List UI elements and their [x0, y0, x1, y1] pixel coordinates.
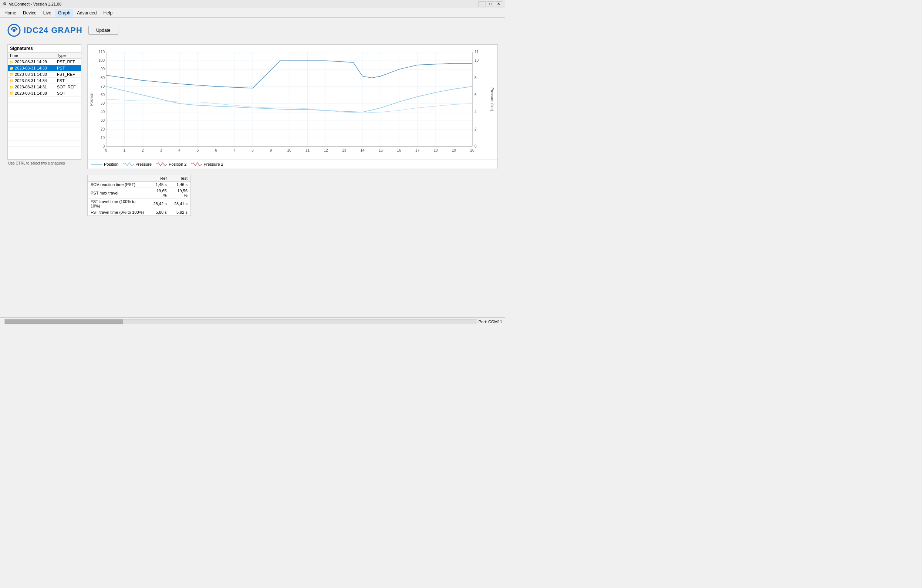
legend-position2-label: Position 2 — [168, 162, 186, 167]
app-title: IDC24 GRAPH — [24, 26, 82, 35]
menu-graph[interactable]: Graph — [55, 9, 73, 16]
sig-row[interactable]: 📁 2023-08-31 14:29 PST_REF — [8, 59, 81, 65]
sig-row[interactable]: 📁 2023-08-31 14:31 SOT_REF — [8, 84, 81, 90]
legend-pressure2: Pressure 2 — [191, 162, 223, 167]
sig-time: 📁 2023-08-31 14:33 — [8, 65, 56, 71]
signatures-box: Signatures Time Type 📁 2023-08-31 14:29 … — [7, 44, 81, 160]
legend-pressure2-label: Pressure 2 — [203, 162, 223, 167]
legend-position-label: Position — [104, 162, 118, 167]
stats-ref: 5,88 s — [149, 209, 169, 216]
signatures-table: Time Type 📁 2023-08-31 14:29 PST_REF 📁 2… — [8, 52, 81, 159]
stats-label: SOV reaction time (PST) — [88, 181, 149, 188]
sig-type: PST — [56, 65, 81, 71]
stats-label: PST max travel — [88, 188, 149, 199]
stats-col-label — [88, 175, 149, 181]
sig-row[interactable]: 📁 2023-08-31 14:30 FST_REF — [8, 71, 81, 78]
title-bar-controls: ─ □ ✕ — [479, 1, 502, 7]
sig-row[interactable]: 📁 2023-08-31 14:38 SOT — [8, 90, 81, 96]
close-button[interactable]: ✕ — [495, 1, 502, 7]
stats-row: FST travel time (0% to 100%) 5,88 s 5,92… — [88, 209, 190, 216]
sig-row[interactable]: 📁 2023-08-31 14:34 FST — [8, 78, 81, 84]
sig-time: 📁 2023-08-31 14:31 — [8, 84, 56, 90]
signatures-hint: Use CTRL to select two signatures — [7, 160, 81, 165]
col-type: Type — [56, 52, 81, 59]
sig-type: SOT — [56, 90, 81, 96]
scrollbar-track[interactable] — [5, 319, 477, 324]
col-time: Time — [8, 52, 56, 59]
stats-col-ref: Ref — [149, 175, 169, 181]
left-panel: Signatures Time Type 📁 2023-08-31 14:29 … — [7, 44, 81, 216]
menu-live[interactable]: Live — [40, 9, 54, 16]
sig-time: 📁 2023-08-31 14:29 — [8, 59, 56, 65]
scrollbar-thumb[interactable] — [5, 320, 123, 324]
sig-type: FST_REF — [56, 71, 81, 78]
port-status: Port: COM11 — [479, 320, 502, 324]
stats-test: 28,41 s — [170, 199, 190, 209]
stats-row: PST max travel 19,65 % 19,56 % — [88, 188, 190, 199]
main-chart — [88, 45, 494, 159]
stats-ref: 28,42 s — [149, 199, 169, 209]
signatures-title: Signatures — [8, 45, 81, 52]
sig-type: SOT_REF — [56, 84, 81, 90]
menu-advanced[interactable]: Advanced — [74, 9, 100, 16]
legend-pressure2-line — [191, 162, 202, 167]
legend-pressure-label: Pressure — [136, 162, 152, 167]
svg-point-1 — [13, 29, 16, 32]
update-button[interactable]: Update — [88, 26, 118, 35]
sig-row[interactable]: 📁 2023-08-31 14:33 PST — [8, 65, 81, 71]
sig-time: 📁 2023-08-31 14:30 — [8, 71, 56, 78]
stats-table: Ref Test SOV reaction time (PST) 1,45 s … — [88, 175, 190, 216]
sig-type: FST — [56, 78, 81, 84]
stats-col-test: Test — [170, 175, 190, 181]
stats-test: 5,92 s — [170, 209, 190, 216]
stats-table-container: Ref Test SOV reaction time (PST) 1,45 s … — [87, 175, 191, 216]
content-area: Signatures Time Type 📁 2023-08-31 14:29 … — [7, 44, 498, 216]
legend-position2-line — [156, 162, 167, 167]
menu-home[interactable]: Home — [2, 9, 19, 16]
app-logo: IDC24 GRAPH — [7, 24, 82, 37]
minimize-button[interactable]: ─ — [479, 1, 486, 7]
chart-area: Position Pressure — [87, 44, 498, 216]
stats-label: FST travel time (0% to 100%) — [88, 209, 149, 216]
menu-help[interactable]: Help — [100, 9, 115, 16]
logo-icon — [7, 24, 21, 37]
stats-test: 1,46 s — [170, 181, 190, 188]
title-bar: ⚙ ValConnect - Version 1.21.06 ─ □ ✕ — [0, 0, 505, 8]
chart-container: Position Pressure — [87, 44, 498, 169]
legend-position-line — [92, 162, 103, 167]
stats-label: FST travel time (100% to 10%) — [88, 199, 149, 209]
sig-type: PST_REF — [56, 59, 81, 65]
chart-legend: Position Pressure — [88, 159, 497, 169]
title-bar-left: ⚙ ValConnect - Version 1.21.06 — [3, 2, 61, 6]
legend-pressure: Pressure — [123, 162, 152, 167]
legend-pressure-line — [123, 162, 134, 167]
sig-time: 📁 2023-08-31 14:34 — [8, 78, 56, 84]
app-icon: ⚙ — [3, 2, 7, 6]
status-bar: Port: COM11 — [0, 317, 505, 325]
maximize-button[interactable]: □ — [487, 1, 494, 7]
stats-ref: 1,45 s — [149, 181, 169, 188]
menu-bar: Home Device Live Graph Advanced Help — [0, 8, 505, 18]
main-content: IDC24 GRAPH Update Signatures Time Type — [0, 18, 505, 222]
stats-row: SOV reaction time (PST) 1,45 s 1,46 s — [88, 181, 190, 188]
menu-device[interactable]: Device — [20, 9, 39, 16]
legend-position: Position — [92, 162, 118, 167]
window-title: ValConnect - Version 1.21.06 — [9, 2, 61, 6]
stats-row: FST travel time (100% to 10%) 28,42 s 28… — [88, 199, 190, 209]
app-header: IDC24 GRAPH Update — [7, 24, 498, 37]
legend-position2: Position 2 — [156, 162, 186, 167]
sig-time: 📁 2023-08-31 14:38 — [8, 90, 56, 96]
stats-ref: 19,65 % — [149, 188, 169, 199]
stats-test: 19,56 % — [170, 188, 190, 199]
